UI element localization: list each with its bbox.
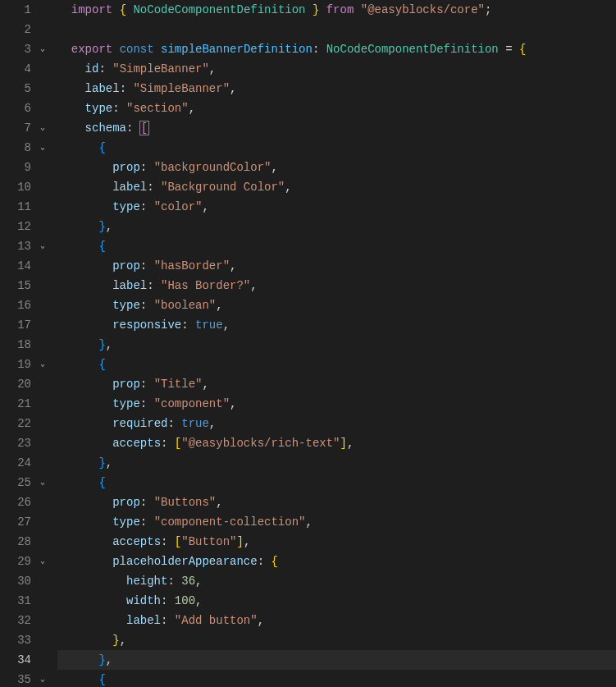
line-number[interactable]: 20 — [0, 374, 36, 394]
line-number[interactable]: 12 — [0, 217, 36, 236]
gutter-row[interactable]: 19⌄ — [0, 355, 49, 374]
line-number[interactable]: 32 — [0, 611, 36, 630]
code-line[interactable]: required: true, — [57, 414, 616, 433]
line-number[interactable]: 22 — [0, 414, 36, 433]
gutter-row[interactable]: 31 — [0, 591, 49, 611]
code-line[interactable]: { — [57, 138, 616, 158]
fold-chevron-icon[interactable]: ⌄ — [36, 473, 49, 492]
gutter-row[interactable]: 34 — [0, 650, 49, 670]
line-number[interactable]: 19 — [0, 355, 36, 374]
code-line[interactable] — [57, 20, 616, 39]
line-number[interactable]: 3 — [0, 39, 36, 59]
gutter-row[interactable]: 10 — [0, 177, 49, 197]
gutter-row[interactable]: 18 — [0, 335, 49, 355]
gutter-row[interactable]: 7⌄ — [0, 118, 49, 138]
code-area[interactable]: import { NoCodeComponentDefinition } fro… — [52, 0, 616, 687]
gutter-row[interactable]: 26 — [0, 492, 49, 512]
gutter-row[interactable]: 5 — [0, 79, 49, 98]
gutter-row[interactable]: 6 — [0, 98, 49, 118]
fold-chevron-icon[interactable]: ⌄ — [36, 670, 49, 687]
code-line[interactable]: label: "Add button", — [57, 611, 616, 630]
gutter-row[interactable]: 16 — [0, 295, 49, 315]
code-line[interactable]: }, — [57, 453, 616, 473]
code-line[interactable]: type: "component-collection", — [57, 512, 616, 532]
line-number[interactable]: 31 — [0, 591, 36, 611]
code-line[interactable]: }, — [57, 630, 616, 650]
code-line[interactable]: }, — [57, 650, 616, 670]
code-editor[interactable]: 123⌄4567⌄8⌄910111213⌄141516171819⌄202122… — [0, 0, 616, 687]
code-line[interactable]: height: 36, — [57, 571, 616, 591]
code-line[interactable]: type: "color", — [57, 197, 616, 217]
gutter-row[interactable]: 24 — [0, 453, 49, 473]
gutter-row[interactable]: 1 — [0, 0, 49, 20]
line-number[interactable]: 2 — [0, 20, 36, 39]
gutter-row[interactable]: 12 — [0, 217, 49, 236]
line-number[interactable]: 10 — [0, 177, 36, 197]
fold-chevron-icon[interactable]: ⌄ — [36, 236, 49, 256]
code-line[interactable]: type: "boolean", — [57, 295, 616, 315]
gutter-row[interactable]: 20 — [0, 374, 49, 394]
fold-chevron-icon[interactable]: ⌄ — [36, 138, 49, 158]
line-number[interactable]: 18 — [0, 335, 36, 355]
code-line[interactable]: }, — [57, 217, 616, 236]
gutter-row[interactable]: 4 — [0, 59, 49, 79]
code-line[interactable]: { — [57, 236, 616, 256]
code-line[interactable]: prop: "hasBorder", — [57, 256, 616, 276]
code-line[interactable]: placeholderAppearance: { — [57, 552, 616, 571]
code-line[interactable]: { — [57, 670, 616, 687]
gutter-row[interactable]: 28 — [0, 532, 49, 552]
gutter-row[interactable]: 9 — [0, 158, 49, 177]
code-line[interactable]: width: 100, — [57, 591, 616, 611]
gutter-row[interactable]: 33 — [0, 630, 49, 650]
code-line[interactable]: id: "SimpleBanner", — [57, 59, 616, 79]
line-number[interactable]: 17 — [0, 315, 36, 335]
gutter-row[interactable]: 8⌄ — [0, 138, 49, 158]
code-line[interactable]: accepts: ["Button"], — [57, 532, 616, 552]
code-line[interactable]: { — [57, 473, 616, 492]
gutter-row[interactable]: 29⌄ — [0, 552, 49, 571]
line-number[interactable]: 9 — [0, 158, 36, 177]
line-number[interactable]: 15 — [0, 276, 36, 295]
line-number[interactable]: 6 — [0, 98, 36, 118]
fold-chevron-icon[interactable]: ⌄ — [36, 118, 49, 138]
line-number[interactable]: 26 — [0, 492, 36, 512]
line-number[interactable]: 34 — [0, 650, 36, 670]
gutter-row[interactable]: 2 — [0, 20, 49, 39]
code-line[interactable]: type: "section", — [57, 98, 616, 118]
line-number[interactable]: 21 — [0, 394, 36, 414]
line-number[interactable]: 24 — [0, 453, 36, 473]
line-number[interactable]: 7 — [0, 118, 36, 138]
gutter-row[interactable]: 3⌄ — [0, 39, 49, 59]
code-line[interactable]: type: "component", — [57, 394, 616, 414]
code-line[interactable]: responsive: true, — [57, 315, 616, 335]
line-number[interactable]: 5 — [0, 79, 36, 98]
line-number[interactable]: 28 — [0, 532, 36, 552]
line-number[interactable]: 35 — [0, 670, 36, 687]
code-line[interactable]: }, — [57, 335, 616, 355]
gutter-row[interactable]: 35⌄ — [0, 670, 49, 687]
line-number[interactable]: 16 — [0, 295, 36, 315]
code-line[interactable]: prop: "backgroundColor", — [57, 158, 616, 177]
fold-chevron-icon[interactable]: ⌄ — [36, 355, 49, 374]
code-line[interactable]: label: "Background Color", — [57, 177, 616, 197]
gutter-row[interactable]: 21 — [0, 394, 49, 414]
line-number[interactable]: 25 — [0, 473, 36, 492]
gutter-row[interactable]: 30 — [0, 571, 49, 591]
gutter-row[interactable]: 17 — [0, 315, 49, 335]
gutter-row[interactable]: 25⌄ — [0, 473, 49, 492]
code-line[interactable]: accepts: ["@easyblocks/rich-text"], — [57, 433, 616, 453]
gutter-row[interactable]: 11 — [0, 197, 49, 217]
gutter-row[interactable]: 32 — [0, 611, 49, 630]
line-number[interactable]: 33 — [0, 630, 36, 650]
line-number[interactable]: 14 — [0, 256, 36, 276]
line-number[interactable]: 27 — [0, 512, 36, 532]
gutter-row[interactable]: 27 — [0, 512, 49, 532]
fold-chevron-icon[interactable]: ⌄ — [36, 39, 49, 59]
gutter-row[interactable]: 13⌄ — [0, 236, 49, 256]
gutter-row[interactable]: 23 — [0, 433, 49, 453]
line-number[interactable]: 11 — [0, 197, 36, 217]
code-line[interactable]: label: "Has Border?", — [57, 276, 616, 295]
code-line[interactable]: export const simpleBannerDefinition: NoC… — [57, 39, 616, 59]
fold-chevron-icon[interactable]: ⌄ — [36, 552, 49, 571]
code-line[interactable]: prop: "Buttons", — [57, 492, 616, 512]
